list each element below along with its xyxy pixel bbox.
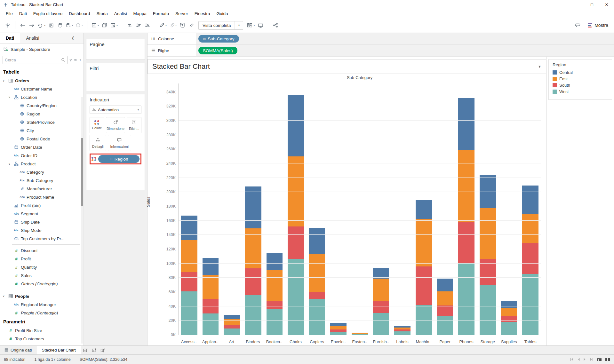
parameter-top-customers[interactable]: #Top Customers <box>0 335 84 343</box>
field-customer-name[interactable]: AbcCustomer Name <box>0 85 84 93</box>
bar-segment-machin-central[interactable] <box>416 200 432 219</box>
fix-axes-icon[interactable] <box>187 20 196 30</box>
y-axis-title[interactable]: Sales <box>146 196 151 207</box>
search-input[interactable] <box>5 58 61 62</box>
x-axis-label-bookca[interactable]: Bookca.. <box>264 339 285 344</box>
bar-segment-chairs-east[interactable] <box>288 156 304 226</box>
field-sub-category[interactable]: AbcSub-Category <box>0 176 84 185</box>
bar-segment-storage-central[interactable] <box>480 175 496 208</box>
x-axis-label-machin[interactable]: Machin.. <box>413 339 435 344</box>
show-hide-cards-icon[interactable]: ▾ <box>246 20 256 30</box>
bar-art[interactable] <box>221 83 243 335</box>
show-mark-labels-icon[interactable] <box>178 20 187 30</box>
revert-icon[interactable]: ▾ <box>36 20 47 30</box>
chevron-down-icon[interactable]: ▾ <box>80 59 81 61</box>
bar-segment-tables-south[interactable] <box>522 243 538 274</box>
legend-item-south[interactable]: South <box>553 83 608 88</box>
bar-segment-tables-east[interactable] <box>522 214 538 243</box>
minimize-button[interactable]: — <box>570 0 585 9</box>
sort-ascending-icon[interactable] <box>134 20 143 30</box>
field-orders[interactable]: ∨Orders <box>0 76 84 85</box>
back-icon[interactable] <box>18 20 27 30</box>
columns-shelf[interactable]: iii Colonne ⊞ Sub-Category <box>148 33 614 45</box>
show-me-button[interactable]: Mostra <box>588 23 608 28</box>
bar-segment-tables-central[interactable] <box>522 186 538 214</box>
field-regional-manager[interactable]: AbcRegional Manager <box>0 300 84 309</box>
bar-segment-supplies-central[interactable] <box>501 301 517 308</box>
expand-chevron-icon[interactable]: ∨ <box>3 295 8 298</box>
mark-button-colore[interactable]: Colore <box>90 117 104 133</box>
x-axis-label-access[interactable]: Access.. <box>178 339 200 344</box>
view-options-icon[interactable] <box>74 58 76 62</box>
new-story-tab-icon[interactable] <box>99 346 107 354</box>
field-ship-date[interactable]: Ship Date <box>0 218 84 226</box>
expand-chevron-icon[interactable]: ∨ <box>8 96 13 99</box>
menu-finestra[interactable]: Finestra <box>191 10 213 17</box>
field-region[interactable]: Region <box>0 110 84 118</box>
bar-segment-furnish-south[interactable] <box>373 301 389 313</box>
menu-mappa[interactable]: Mappa <box>130 10 149 17</box>
bar-segment-chairs-south[interactable] <box>288 226 304 259</box>
menu-guida[interactable]: Guida <box>213 10 231 17</box>
field-profit-bin[interactable]: Profit (bin) <box>0 201 84 210</box>
x-axis-label-paper[interactable]: Paper <box>434 339 456 344</box>
worksheet-title-bar[interactable]: Stacked Bar Chart ▼ <box>148 59 546 74</box>
x-axis-label-tables[interactable]: Tables <box>520 339 541 344</box>
save-icon[interactable] <box>47 20 56 30</box>
x-axis-label-fasten[interactable]: Fasten.. <box>349 339 371 344</box>
x-axis-label-storage[interactable]: Storage <box>477 339 498 344</box>
region-pill[interactable]: ⊞ Region <box>98 155 140 163</box>
bar-segment-paper-west[interactable] <box>437 316 453 335</box>
bar-chairs[interactable] <box>285 83 307 335</box>
bar-segment-furnish-central[interactable] <box>373 268 389 278</box>
bar-segment-envelo-central[interactable] <box>330 323 347 326</box>
x-axis-label-furnish[interactable]: Furnish.. <box>370 339 392 344</box>
x-axis-label-envelo[interactable]: Envelo.. <box>328 339 349 344</box>
presentation-mode-icon[interactable] <box>256 20 265 30</box>
bar-segment-machin-west[interactable] <box>416 305 432 335</box>
show-film-strip-icon[interactable] <box>597 358 602 361</box>
duplicate-sheet-icon[interactable] <box>100 20 109 30</box>
bar-segment-art-central[interactable] <box>224 315 240 319</box>
bar-segment-envelo-east[interactable] <box>330 326 347 329</box>
expand-chevron-icon[interactable]: ∨ <box>3 79 8 82</box>
field-profit[interactable]: #Profit <box>0 255 84 263</box>
next-icon[interactable] <box>583 358 586 361</box>
field-people-conteggio[interactable]: #People (Conteggio) <box>0 309 84 315</box>
bar-segment-labels-west[interactable] <box>394 331 411 335</box>
mark-type-selector[interactable]: Automatico ▾ <box>90 106 141 114</box>
mark-button-dettagli[interactable]: Dettagli <box>90 135 106 151</box>
menu-dati[interactable]: Dati <box>16 10 30 17</box>
bar-segment-phones-east[interactable] <box>458 150 474 222</box>
field-top-customers-by-pr[interactable]: Top Customers by Pr... <box>0 234 84 243</box>
fit-selector[interactable]: Vista completa ▼ <box>198 21 243 30</box>
datasource-tab[interactable]: Origine dati <box>0 346 36 354</box>
x-axis-label-copiers[interactable]: Copiers <box>306 339 328 344</box>
menu-foglio-di-lavoro[interactable]: Foglio di lavoro <box>30 10 66 17</box>
bar-segment-art-south[interactable] <box>224 325 240 328</box>
parameter-profit-bin-size[interactable]: #Profit Bin Size <box>0 326 84 335</box>
bar-binders[interactable] <box>243 83 264 335</box>
legend-card[interactable]: Region CentralEastSouthWest <box>548 59 612 100</box>
mark-button-etich[interactable]: Etich... <box>127 117 141 133</box>
field-order-date[interactable]: Order Date <box>0 143 84 151</box>
chevron-down-icon[interactable]: ▼ <box>538 65 541 68</box>
bar-copiers[interactable] <box>307 83 328 335</box>
legend-item-central[interactable]: Central <box>553 70 608 75</box>
run-updates-icon[interactable]: ▾ <box>74 20 84 30</box>
bar-segment-applian-central[interactable] <box>203 258 219 275</box>
bar-storage[interactable] <box>477 83 498 335</box>
field-order-id[interactable]: AbcOrder ID <box>0 151 84 160</box>
field-product-name[interactable]: AbcProduct Name <box>0 193 84 201</box>
bar-segment-chairs-central[interactable] <box>288 95 304 156</box>
bar-labels[interactable] <box>392 83 413 335</box>
field-category[interactable]: AbcCategory <box>0 168 84 176</box>
bar-segment-envelo-west[interactable] <box>330 332 347 335</box>
bar-fasten[interactable] <box>349 83 371 335</box>
share-icon[interactable] <box>271 20 280 30</box>
swap-axes-icon[interactable] <box>125 20 134 30</box>
bar-segment-paper-east[interactable] <box>437 291 453 306</box>
bar-segment-machin-east[interactable] <box>416 219 432 266</box>
bar-segment-bookca-south[interactable] <box>267 301 283 309</box>
field-orders-conteggio[interactable]: #Orders (Conteggio) <box>0 280 84 288</box>
